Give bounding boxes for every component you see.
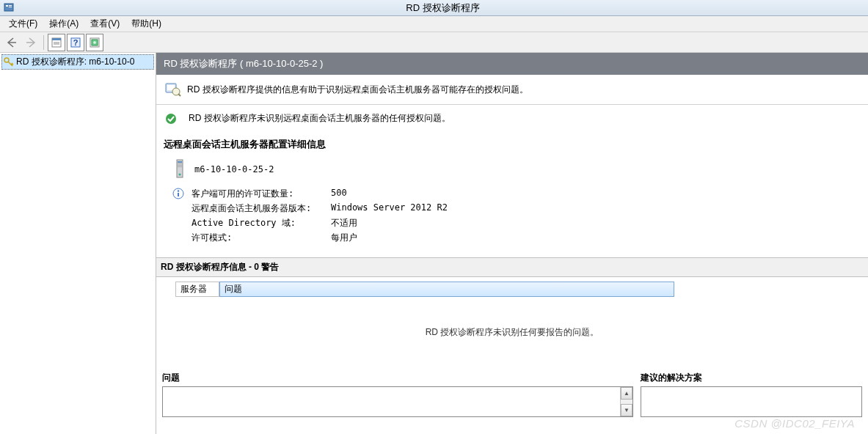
svg-point-16 [166,114,176,124]
issue-box: ▲ ▼ [162,386,633,417]
menubar: 文件(F) 操作(A) 查看(V) 帮助(H) [0,16,868,32]
scroll-down-icon[interactable]: ▼ [621,404,632,416]
svg-rect-20 [178,165,182,166]
app-icon [3,2,15,14]
svg-rect-21 [178,166,182,167]
svg-rect-25 [178,193,179,196]
server-icon [172,158,187,180]
license-mode-value: 每用户 [331,232,448,244]
help-button[interactable]: ? [67,34,84,51]
ok-icon [165,113,177,125]
svg-rect-18 [178,161,182,163]
grid-column-headers: 服务器 问题 [162,282,862,297]
tree-root-item[interactable]: RD 授权诊断程序: m6-10-10-0 [1,54,154,70]
bottom-panels: 问题 ▲ ▼ 建议的解决方案 [156,369,868,423]
svg-text:?: ? [73,38,79,47]
details-table: 客户端可用的许可证数量: 500 远程桌面会话主机服务器版本: Windows … [192,188,448,244]
svg-rect-5 [52,38,61,40]
issue-label: 问题 [162,370,633,386]
license-count-label: 客户端可用的许可证数量: [192,188,331,200]
ad-domain-value: 不适用 [331,217,448,229]
svg-rect-1 [6,5,8,7]
content-area: RD 授权诊断程序 ( m6-10-10-0-25-2 ) RD 授权诊断程序提… [156,53,868,434]
status-row: RD 授权诊断程序未识别远程桌面会话主机服务器的任何授权问题。 [156,105,868,132]
ad-domain-label: Active Directory 域: [192,217,331,229]
col-issue[interactable]: 问题 [219,282,674,297]
solution-content [641,387,861,416]
window-title: RD 授权诊断程序 [18,1,868,15]
toolbar-separator [43,35,44,50]
svg-rect-19 [178,163,182,164]
key-icon [4,57,14,67]
menu-view[interactable]: 查看(V) [84,16,125,32]
properties-button[interactable] [48,34,65,51]
refresh-button[interactable] [86,34,103,51]
menu-help[interactable]: 帮助(H) [125,16,167,32]
grid-empty-message: RD 授权诊断程序未识别任何要报告的问题。 [162,297,862,367]
details-row: 客户端可用的许可证数量: 500 远程桌面会话主机服务器版本: Windows … [156,188,868,247]
status-text: RD 授权诊断程序未识别远程桌面会话主机服务器的任何授权问题。 [189,112,451,125]
tree-root-label: RD 授权诊断程序: m6-10-10-0 [16,56,134,68]
info-icon [172,188,184,199]
solution-panel: 建议的解决方案 [641,370,862,417]
server-version-label: 远程桌面会话主机服务器版本: [192,202,331,215]
issue-content [163,387,620,416]
forward-button[interactable] [22,34,40,51]
menu-file[interactable]: 文件(F) [3,16,43,32]
back-button[interactable] [3,34,21,51]
content-header: RD 授权诊断程序 ( m6-10-10-0-25-2 ) [156,53,868,75]
diagnostic-icon [164,81,181,98]
col-server[interactable]: 服务器 [175,282,219,297]
solution-label: 建议的解决方案 [641,370,862,386]
server-version-value: Windows Server 2012 R2 [331,202,448,215]
tree-panel: RD 授权诊断程序: m6-10-10-0 [0,53,156,434]
toolbar: ? [0,32,868,53]
warnings-header: RD 授权诊断程序信息 - 0 警告 [156,257,868,277]
description-strip: RD 授权诊断程序提供的信息有助于识别远程桌面会话主机服务器可能存在的授权问题。 [156,75,868,105]
svg-rect-2 [9,5,12,6]
svg-point-22 [179,174,181,176]
server-name: m6-10-10-0-25-2 [194,164,274,174]
solution-box [641,386,862,417]
window-titlebar: RD 授权诊断程序 [0,0,868,16]
license-count-value: 500 [331,188,448,200]
issue-scrollbar[interactable]: ▲ ▼ [620,387,632,416]
description-text: RD 授权诊断程序提供的信息有助于识别远程桌面会话主机服务器可能存在的授权问题。 [187,84,528,96]
issue-panel: 问题 ▲ ▼ [162,370,633,417]
svg-point-24 [178,190,179,191]
warnings-grid: 服务器 问题 RD 授权诊断程序未识别任何要报告的问题。 [156,277,868,369]
server-row: m6-10-10-0-25-2 [156,155,868,188]
svg-rect-3 [9,7,12,7]
config-section-title: 远程桌面会话主机服务器配置详细信息 [156,132,868,155]
scroll-up-icon[interactable]: ▲ [621,387,632,400]
menu-action[interactable]: 操作(A) [43,16,84,32]
license-mode-label: 许可模式: [192,232,331,244]
